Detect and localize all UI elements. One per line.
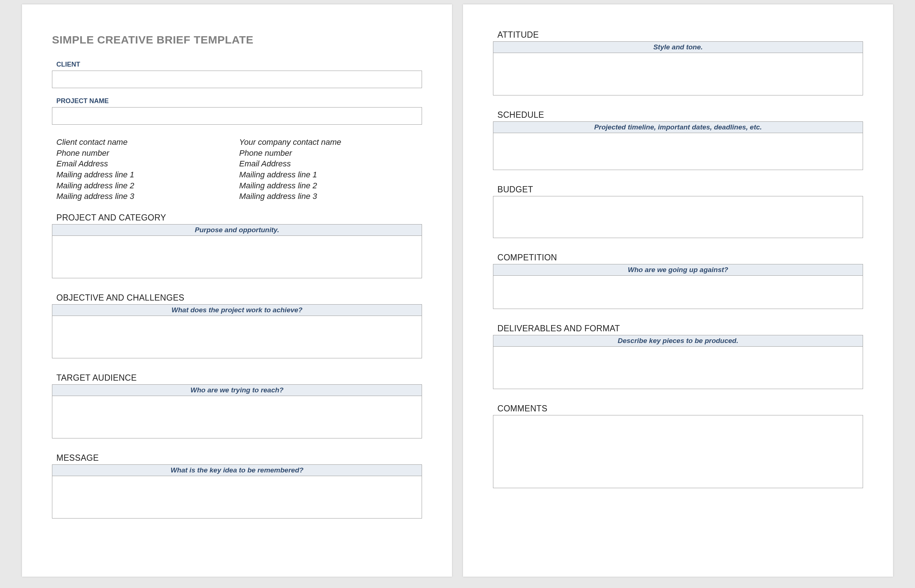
client-contact-email: Email Address [57,158,240,169]
objective-box: What does the project work to achieve? [52,304,422,359]
deliverables-heading: DELIVERABLES AND FORMAT [497,324,863,333]
budget-heading: BUDGET [497,185,863,195]
project-category-heading: PROJECT AND CATEGORY [57,213,422,223]
company-contact-email: Email Address [240,158,423,169]
objective-hint: What does the project work to achieve? [52,305,422,316]
competition-heading: COMPETITION [497,253,863,263]
project-name-input[interactable] [52,107,422,125]
schedule-textarea[interactable] [493,133,863,170]
page-2: ATTITUDE Style and tone. SCHEDULE Projec… [463,4,893,577]
company-contact-name: Your company contact name [240,137,423,148]
competition-hint: Who are we going up against? [493,264,863,276]
deliverables-box: Describe key pieces to be produced. [493,335,863,389]
schedule-hint: Projected timeline, important dates, dea… [493,122,863,133]
client-input[interactable] [52,71,422,88]
objective-textarea[interactable] [52,316,422,358]
client-contact-name: Client contact name [57,137,240,148]
message-hint: What is the key idea to be remembered? [52,465,422,476]
company-contact-addr1: Mailing address line 1 [240,169,423,180]
client-contact-column: Client contact name Phone number Email A… [57,137,240,202]
message-box: What is the key idea to be remembered? [52,464,422,519]
project-name-label: PROJECT NAME [52,97,422,105]
company-contact-phone: Phone number [240,148,423,159]
page-1: SIMPLE CREATIVE BRIEF TEMPLATE CLIENT PR… [22,4,452,577]
client-contact-addr3: Mailing address line 3 [57,191,240,202]
competition-box: Who are we going up against? [493,264,863,309]
client-contact-phone: Phone number [57,148,240,159]
client-contact-addr2: Mailing address line 2 [57,180,240,191]
attitude-hint: Style and tone. [493,42,863,53]
client-label: CLIENT [52,61,422,68]
deliverables-textarea[interactable] [493,347,863,389]
schedule-box: Projected timeline, important dates, dea… [493,121,863,170]
comments-textarea[interactable] [493,415,863,488]
budget-textarea[interactable] [493,196,863,238]
company-contact-column: Your company contact name Phone number E… [240,137,423,202]
attitude-textarea[interactable] [493,53,863,95]
project-category-textarea[interactable] [52,236,422,278]
attitude-heading: ATTITUDE [497,30,863,40]
company-contact-addr2: Mailing address line 2 [240,180,423,191]
project-category-hint: Purpose and opportunity. [52,225,422,236]
deliverables-hint: Describe key pieces to be produced. [493,335,863,347]
message-textarea[interactable] [52,476,422,518]
schedule-heading: SCHEDULE [497,110,863,120]
objective-heading: OBJECTIVE AND CHALLENGES [57,293,422,303]
client-contact-addr1: Mailing address line 1 [57,169,240,180]
comments-heading: COMMENTS [497,404,863,414]
company-contact-addr3: Mailing address line 3 [240,191,423,202]
target-box: Who are we trying to reach? [52,384,422,438]
target-hint: Who are we trying to reach? [52,385,422,396]
project-category-box: Purpose and opportunity. [52,224,422,278]
competition-textarea[interactable] [493,276,863,309]
target-heading: TARGET AUDIENCE [57,373,422,383]
target-textarea[interactable] [52,396,422,438]
message-heading: MESSAGE [57,453,422,463]
attitude-box: Style and tone. [493,41,863,95]
document-title: SIMPLE CREATIVE BRIEF TEMPLATE [52,34,422,46]
contact-row: Client contact name Phone number Email A… [52,137,422,202]
